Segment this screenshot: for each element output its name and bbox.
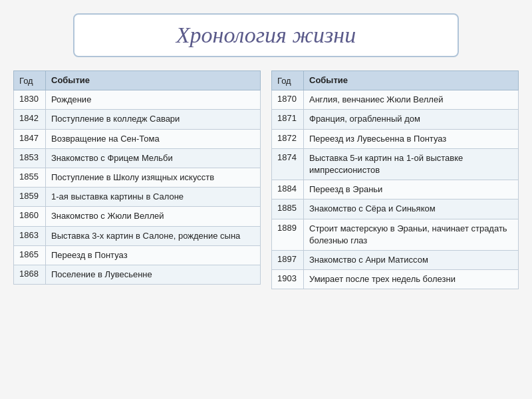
right-table-row: 1872Переезд из Лувесьенна в Понтуаз	[272, 129, 519, 148]
right-table-row: 1874Выставка 5-и картин на 1-ой выставке…	[272, 148, 519, 180]
right-row-event: Переезд в Эраньи	[304, 180, 519, 200]
right-row-year: 1884	[272, 180, 304, 200]
left-table-row: 1855Поступление в Школу изящных искусств	[14, 168, 261, 187]
left-table-row: 1842Поступление в колледж Савари	[14, 110, 261, 129]
left-table-header-row: Год Событие	[14, 71, 261, 90]
right-row-year: 1889	[272, 219, 304, 250]
left-row-event: 1-ая выставка картины в Салоне	[46, 188, 261, 207]
right-row-year: 1874	[272, 148, 304, 180]
right-row-event: Знакомство с Сёра и Синьяком	[304, 200, 519, 219]
left-row-event: Поступление в Школу изящных искусств	[46, 168, 261, 187]
right-header-year: Год	[272, 71, 304, 90]
right-row-event: Выставка 5-и картин на 1-ой выставке имп…	[304, 148, 519, 180]
left-row-year: 1860	[14, 207, 46, 226]
right-row-year: 1885	[272, 200, 304, 219]
page-container: Хронология жизни Год Событие 1830Рождени…	[0, 0, 532, 399]
right-table: Год Событие 1870Англия, венчаниес Жюли В…	[271, 70, 519, 289]
right-table-row: 1903Умирает после трех недель болезни	[272, 270, 519, 289]
right-row-event: Англия, венчаниес Жюли Веллей	[304, 90, 519, 110]
left-table-row: 1847Возвращение на Сен-Тома	[14, 129, 261, 148]
left-header-event: Событие	[46, 71, 261, 90]
left-table-row: 1853Знакомство с Фрицем Мельби	[14, 148, 261, 168]
right-row-event: Переезд из Лувесьенна в Понтуаз	[304, 129, 519, 148]
left-row-year: 1853	[14, 148, 46, 168]
left-table-row: 1830Рождение	[14, 90, 261, 110]
left-row-year: 1842	[14, 110, 46, 129]
left-row-year: 1847	[14, 129, 46, 148]
right-table-wrapper: Год Событие 1870Англия, венчаниес Жюли В…	[271, 70, 519, 289]
tables-container: Год Событие 1830Рождение1842Поступление …	[13, 70, 519, 289]
left-table-row: 1863Выставка 3-х картин в Салоне, рожден…	[14, 226, 261, 245]
right-row-year: 1872	[272, 129, 304, 148]
right-table-row: 1889Строит мастерскую в Эраньи, начинает…	[272, 219, 519, 250]
left-row-year: 1855	[14, 168, 46, 187]
left-table-row: 1868Поселение в Лувесьенне	[14, 265, 261, 284]
left-row-event: Рождение	[46, 90, 261, 110]
left-row-year: 1868	[14, 265, 46, 284]
left-table-body: 1830Рождение1842Поступление в колледж Са…	[14, 90, 261, 285]
left-table-row: 18591-ая выставка картины в Салоне	[14, 188, 261, 207]
right-table-row: 1897Знакомство с Анри Матиссом	[272, 250, 519, 269]
right-row-event: Умирает после трех недель болезни	[304, 270, 519, 289]
left-table: Год Событие 1830Рождение1842Поступление …	[13, 70, 261, 285]
right-table-row: 1871Франция, ограбленный дом	[272, 110, 519, 129]
right-row-event: Знакомство с Анри Матиссом	[304, 250, 519, 269]
left-row-event: Знакомство с Жюли Веллей	[46, 207, 261, 226]
right-row-year: 1903	[272, 270, 304, 289]
left-table-row: 1860Знакомство с Жюли Веллей	[14, 207, 261, 226]
right-table-body: 1870Англия, венчаниес Жюли Веллей1871Фра…	[272, 90, 519, 289]
left-table-wrapper: Год Событие 1830Рождение1842Поступление …	[13, 70, 261, 289]
right-row-event: Строит мастерскую в Эраньи, начинает стр…	[304, 219, 519, 250]
left-row-event: Переезд в Понтуаз	[46, 245, 261, 265]
right-table-row: 1870Англия, венчаниес Жюли Веллей	[272, 90, 519, 110]
left-row-event: Поступление в колледж Савари	[46, 110, 261, 129]
page-title: Хронология жизни	[176, 23, 356, 47]
right-header-event: Событие	[304, 71, 519, 90]
left-row-year: 1830	[14, 90, 46, 110]
title-box: Хронология жизни	[73, 13, 459, 57]
left-row-event: Поселение в Лувесьенне	[46, 265, 261, 284]
left-row-year: 1863	[14, 226, 46, 245]
right-row-year: 1871	[272, 110, 304, 129]
right-row-event: Франция, ограбленный дом	[304, 110, 519, 129]
right-row-year: 1870	[272, 90, 304, 110]
left-table-row: 1865Переезд в Понтуаз	[14, 245, 261, 265]
right-table-row: 1884Переезд в Эраньи	[272, 180, 519, 200]
right-row-year: 1897	[272, 250, 304, 269]
left-row-year: 1859	[14, 188, 46, 207]
right-table-row: 1885Знакомство с Сёра и Синьяком	[272, 200, 519, 219]
left-row-event: Знакомство с Фрицем Мельби	[46, 148, 261, 168]
right-table-header-row: Год Событие	[272, 71, 519, 90]
left-row-year: 1865	[14, 245, 46, 265]
left-header-year: Год	[14, 71, 46, 90]
left-row-event: Возвращение на Сен-Тома	[46, 129, 261, 148]
left-row-event: Выставка 3-х картин в Салоне, рождение с…	[46, 226, 261, 245]
